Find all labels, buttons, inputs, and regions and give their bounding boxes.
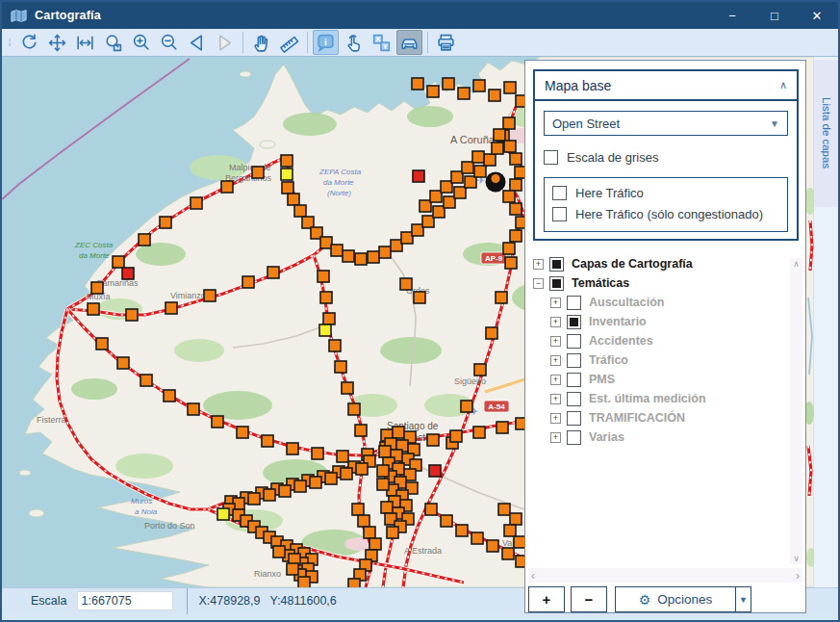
basemap-header: Mapa base ∧ [535,71,797,101]
toolbar-print-button[interactable] [433,30,459,55]
layer-label: PMS [589,373,615,386]
expand-icon[interactable]: + [550,394,561,404]
layer-checkbox[interactable] [567,334,581,349]
tree-item-inventario[interactable]: +Inventario [527,312,791,331]
options-label: Opciones [657,592,712,607]
tree-item-tráfico[interactable]: +Tráfico [527,350,791,370]
hand-icon [251,33,271,53]
layer-tree: +Capas de Cartografía−Temáticas+Ausculta… [527,254,791,447]
tree-item-est-última-medición[interactable]: +Est. última medición [527,389,791,408]
layer-checkbox[interactable] [567,373,581,387]
scroll-up-icon[interactable]: ∧ [793,258,800,270]
toolbar-car-button[interactable] [396,30,422,55]
layer-label: Varias [589,430,624,444]
toolbar-zoom-window-button[interactable] [100,30,126,55]
touch-icon [344,33,364,53]
toolbar-pan-button[interactable] [44,30,70,55]
basemap-groupbox: Mapa base ∧ Open Street ▼ Escala de gris… [533,69,799,241]
grayscale-row: Escala de grises [544,150,788,165]
options-button[interactable]: ⚙ Opciones [615,586,736,612]
toolbar-touch-button[interactable] [341,30,367,55]
here-traffic-congested-label: Here Tráfico (sólo congestionado) [575,207,763,221]
expand-icon[interactable]: + [550,413,561,424]
panel-buttons: + − ⚙ Opciones ▼ [528,586,751,612]
layer-label: Accidentes [589,334,653,348]
toolbar-extent-button[interactable] [72,30,98,55]
toolbar-measure-button[interactable] [276,30,302,55]
options-dropdown-button[interactable]: ▼ [735,586,751,612]
layer-checkbox[interactable] [567,296,581,310]
toolbar-prev-view-button[interactable] [184,30,210,55]
remove-layer-button[interactable]: − [571,586,607,612]
measure-icon [279,33,299,53]
zoom-window-icon [103,33,123,53]
expand-icon[interactable]: + [533,259,544,270]
expand-icon[interactable]: + [550,317,561,327]
scroll-right-icon[interactable]: › [796,570,800,582]
scale-input[interactable] [77,591,173,610]
toolbar-zoom-out-button[interactable] [156,30,182,55]
toolbar-hand-button[interactable] [248,30,274,55]
tree-item-varias[interactable]: +Varias [527,428,791,447]
toolbar-separator [307,32,308,53]
toolbar-separator [242,32,243,53]
layer-checkbox[interactable] [549,276,564,291]
scroll-down-icon[interactable]: ∨ [793,553,800,564]
layer-checkbox[interactable] [567,411,581,426]
tree-horizontal-scrollbar[interactable]: ‹ › [528,568,802,583]
expand-icon[interactable]: + [550,355,561,366]
toolbar-info-button[interactable]: i [313,30,339,55]
collapse-icon[interactable]: ∧ [779,79,787,91]
expand-icon[interactable]: + [550,375,561,385]
scale-label: Escala [31,594,67,608]
svg-text:Y: Y [383,41,389,50]
layer-checkbox[interactable] [567,430,581,445]
toolbar-refresh-button[interactable] [16,30,42,55]
coordinate-x: X:478928,9 [199,594,261,608]
tab-lista-de-capas[interactable]: Lista de capas [814,60,838,207]
layer-checkbox[interactable] [567,315,581,329]
svg-text:da Morte: da Morte [323,178,354,187]
minimize-button[interactable]: − [711,2,753,29]
expand-icon[interactable]: + [550,298,561,308]
layer-checkbox[interactable] [567,353,581,368]
close-button[interactable]: ✕ [796,2,838,29]
svg-text:Fisterra: Fisterra [37,415,66,425]
tree-item-pms[interactable]: +PMS [527,370,791,389]
layer-checkbox[interactable] [549,257,564,272]
toolbar-grip[interactable]: ⁞ [6,39,13,47]
here-traffic-congested-checkbox[interactable] [552,207,567,221]
tree-item-auscultación[interactable]: +Auscultación [527,293,791,312]
info-icon: i [316,33,336,53]
tree-vertical-scrollbar[interactable]: ∧ ∨ [790,258,802,564]
svg-text:i: i [324,36,327,46]
toolbar-zoom-in-button[interactable] [128,30,154,55]
tree-item-accidentes[interactable]: +Accidentes [527,331,791,350]
svg-text:ZEPA Costa: ZEPA Costa [318,168,362,176]
maximize-button[interactable]: □ [753,2,796,29]
chevron-down-icon: ▼ [770,118,779,129]
basemap-select[interactable]: Open Street ▼ [544,111,788,136]
expand-icon[interactable]: + [550,336,561,347]
scroll-left-icon[interactable]: ‹ [531,570,535,582]
collapse-icon[interactable]: − [533,278,544,289]
xy-icon: XY [371,33,392,53]
tree-item-capas-de-cartografía[interactable]: +Capas de Cartografía [527,254,791,273]
svg-text:Rianxo: Rianxo [254,569,281,579]
toolbar-separator [427,32,428,53]
svg-text:AP-9: AP-9 [485,254,503,263]
expand-icon[interactable]: + [550,432,561,443]
tree-item-temáticas[interactable]: −Temáticas [527,273,791,293]
toolbar-xy-button[interactable]: XY [369,30,395,55]
map-toolbar: ⁞ iXY [2,29,838,57]
layer-checkbox[interactable] [567,392,581,406]
tree-item-tramificación[interactable]: +TRAMIFICACIÓN [527,408,791,428]
svg-text:A Coruña: A Coruña [450,134,496,145]
layer-label: Inventario [589,315,647,328]
toolbar-next-view-button[interactable] [212,30,238,55]
svg-text:A-54: A-54 [488,402,505,411]
grayscale-checkbox[interactable] [544,150,558,165]
add-layer-button[interactable]: + [528,586,565,612]
right-dock: Lista de capas [814,57,838,587]
here-traffic-checkbox[interactable] [552,186,567,200]
